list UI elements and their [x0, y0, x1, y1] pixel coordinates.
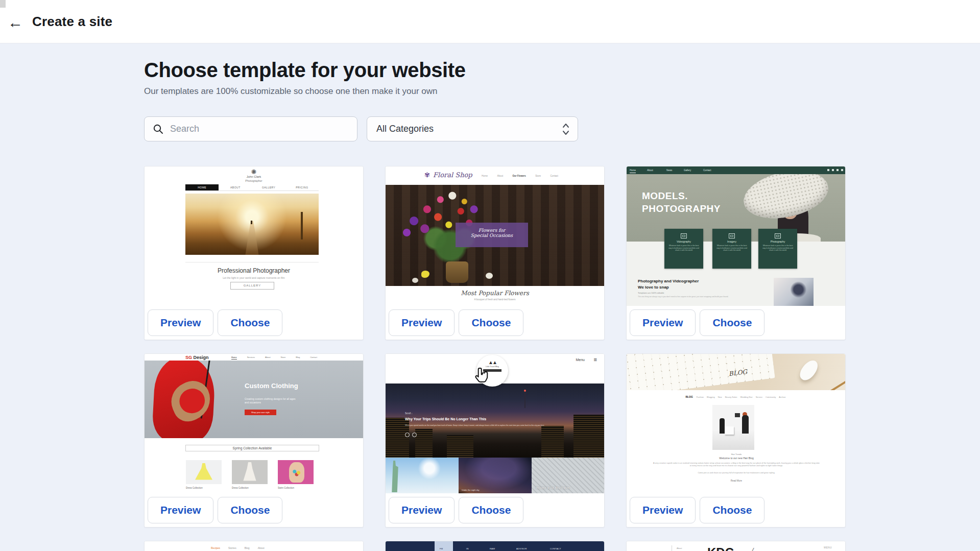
feature-title: Imagery [712, 240, 751, 243]
tpl-nav-item: Store [535, 175, 541, 177]
thumbnail-strip: Under the night sky Welcome to Our Blog … [386, 458, 604, 493]
navy-header: FM IN RAW ADVISOR CONTACT [386, 541, 604, 551]
search-box[interactable] [144, 116, 357, 141]
tpl-nav-item: CONTACT [550, 547, 561, 550]
swimwear-model [289, 462, 304, 483]
choose-button[interactable]: Choose [459, 497, 523, 523]
product-label: Dress Collection [232, 487, 249, 489]
scroll-hint: Scroll ↓ [405, 412, 413, 415]
back-button[interactable]: ← [4, 11, 27, 34]
hero-cta-button: Shop your own style [245, 410, 276, 415]
card-footer: Preview Choose [145, 493, 363, 527]
brand-rest: Design [192, 355, 209, 360]
brand-accent: SG [185, 355, 192, 360]
tpl-nav-item: ADVISOR [516, 547, 527, 550]
tpl-nav-item: Blogging [707, 396, 715, 398]
tpl-links: About Home [677, 546, 682, 551]
template-preview-models-photography[interactable]: Home About News Gallery Contact MODELS. … [627, 166, 845, 306]
template-preview-photographer[interactable]: ✺ John Clark Photographer HOME ABOUT GAL… [145, 166, 363, 306]
tpl-nav-item: Home [630, 169, 636, 173]
template-preview-partial-recipes[interactable]: Recipes Stories Blog About J•T [145, 541, 363, 551]
tpl-note: Templates are 100% editable [638, 292, 664, 294]
tpl-navbar: HOME ABOUT GALLERY PRICING [185, 184, 319, 191]
shutter-logo-icon: ✺ [145, 168, 363, 176]
tpl-nav-item: Beauty Salon [725, 396, 737, 398]
template-card-hair-blog: BLOG BLOGFashionBloggingNewBeauty SalonW… [626, 353, 846, 528]
statue-of-liberty-thumb [386, 458, 459, 493]
menu-label: Menu [576, 358, 585, 362]
tpl-nav-item: News [666, 169, 672, 172]
tpl-tabbar: Recipes Stories Blog About [211, 546, 265, 551]
page-title: Create a site [32, 14, 112, 30]
template-preview-sg-design[interactable]: SG Design Home Services About Store Blog… [145, 354, 363, 493]
building [447, 435, 473, 458]
choose-button[interactable]: Choose [218, 309, 282, 336]
tpl-nav-item: Community [766, 396, 776, 398]
banner-line: Special Occasions [456, 233, 528, 238]
filter-toolbar: All Categories [144, 116, 583, 141]
section-heading: Choose template for your website [144, 59, 466, 82]
tpl-brand: KDC [707, 545, 734, 551]
template-card-travel-blog: Menu ≡ ▲▲ Little Travel Blog Scroll ↓ [385, 353, 605, 528]
preview-button[interactable]: Preview [630, 309, 696, 336]
feature-title: Photography [758, 240, 797, 243]
card-footer: Preview Choose [627, 306, 845, 340]
walking-figure [251, 221, 252, 224]
template-preview-partial-kdc[interactable]: About Home KDC / MENU [627, 541, 845, 551]
card-footer: Preview Choose [386, 493, 604, 527]
fence-post [301, 212, 303, 239]
feature-text: Whatever look is yours this is the best … [664, 245, 703, 252]
feature-card: Imagery Whatever look is yours this is t… [712, 229, 751, 269]
product-label: Swim Collection [278, 487, 294, 489]
category-select[interactable]: All Categories [367, 116, 578, 141]
template-preview-hair-blog[interactable]: BLOG BLOGFashionBloggingNewBeauty SalonW… [627, 354, 845, 493]
preview-button[interactable]: Preview [148, 309, 213, 336]
banner-line: Flowers for [456, 228, 528, 233]
tpl-section-subtitle: A bouquet of fresh and hand-tied flowers [386, 298, 604, 301]
hero-title: Why Your Trips Should Be No Longer Than … [405, 417, 517, 421]
stylist-figure [720, 418, 725, 434]
tower-spire [524, 390, 525, 408]
tpl-nav-item: RAW [490, 547, 495, 550]
preview-button[interactable]: Preview [389, 309, 455, 336]
template-grid: ✺ John Clark Photographer HOME ABOUT GAL… [144, 166, 846, 551]
tpl-navbar: Home Services About Store Blog Contact [231, 356, 317, 360]
choose-button[interactable]: Choose [218, 497, 282, 523]
search-input[interactable] [170, 117, 354, 140]
night-sky-thumb: Under the night sky [459, 458, 532, 493]
tulip-hero-photo: Flowers for Special Occasions [386, 185, 604, 286]
section-subheading: Our templates are 100% customizable so c… [144, 86, 438, 97]
back-arrow-icon: ← [8, 14, 23, 31]
sepia-field-photo [185, 194, 319, 255]
hero-title: MODELS. PHOTOGRAPHY [642, 189, 721, 215]
tpl-tab: Stories [228, 546, 236, 551]
tpl-heading: Photography and Videographer [638, 279, 699, 283]
ski-lift-sketch-thumb: Welcome to Our Blog Feature [532, 458, 604, 493]
preview-button[interactable]: Preview [389, 497, 455, 523]
keyboard-desk-photo: BLOG [627, 354, 845, 390]
tpl-nav-item: Home [231, 356, 237, 360]
field-path [245, 221, 258, 255]
template-preview-travel-blog[interactable]: Menu ≡ ▲▲ Little Travel Blog Scroll ↓ [386, 354, 604, 493]
tpl-nav-item: Service [756, 396, 762, 398]
preview-button[interactable]: Preview [148, 497, 213, 523]
choose-button[interactable]: Choose [459, 309, 523, 336]
hero-title-line: MODELS. [642, 189, 721, 202]
social-icons [827, 169, 843, 171]
preview-button[interactable]: Preview [630, 497, 696, 523]
tpl-divider [672, 545, 672, 551]
salon-chair [725, 426, 734, 435]
mirror-monitor [735, 413, 740, 417]
screen-corner-artifact [0, 0, 6, 8]
template-preview-partial-navy[interactable]: FM IN RAW ADVISOR CONTACT [386, 541, 604, 551]
choose-button[interactable]: Choose [700, 309, 764, 336]
flower-logo-icon: ✾ [424, 171, 430, 179]
tpl-nav-item: Our Flowers [513, 175, 526, 177]
tpl-nav-item: New [718, 396, 722, 398]
tpl-nav-item: GALLERY [252, 184, 285, 190]
tpl-nav-item: Fashion [697, 396, 704, 398]
choose-button[interactable]: Choose [700, 497, 764, 523]
product-thumb [186, 460, 222, 484]
template-preview-floral-shop[interactable]: ✾ Floral Shop Home About Our Flowers Sto… [386, 166, 604, 306]
tpl-nav-item: Gallery [684, 169, 691, 172]
